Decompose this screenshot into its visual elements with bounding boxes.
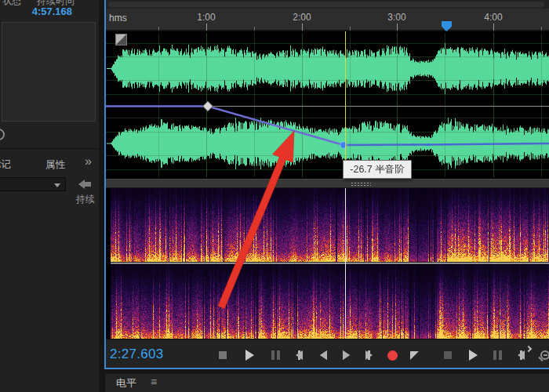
- playhead-line-spectrogram[interactable]: [345, 188, 346, 339]
- tick-label-4m: 4:00: [484, 12, 502, 23]
- splitter-grip-icon[interactable]: [351, 182, 371, 187]
- tab-overflow-icon[interactable]: »: [85, 154, 90, 169]
- marker-list-panel[interactable]: [2, 22, 96, 122]
- info-icon: [0, 129, 5, 140]
- ruler-tick-minor: [541, 27, 542, 31]
- ruler-tick-minor: [254, 27, 255, 31]
- timeline-ruler[interactable]: hms 1:00 2:00 3:00 4:00: [105, 9, 549, 31]
- skip-to-start-2-button[interactable]: [511, 349, 530, 361]
- levels-panel: 电平 ≡: [105, 374, 549, 392]
- envelope-minor-node[interactable]: [427, 143, 430, 147]
- levels-panel-title: 电平: [116, 376, 136, 390]
- ruler-tick-minor: [350, 27, 351, 31]
- duration-caption: 持续: [76, 193, 95, 206]
- playhead-line-waveform[interactable]: [345, 31, 346, 160]
- skip-to-start-button[interactable]: [289, 349, 308, 361]
- pause-button[interactable]: [266, 349, 285, 361]
- panel-menu-icon[interactable]: ≡: [151, 376, 157, 388]
- waveform-display[interactable]: [105, 31, 549, 179]
- properties-sidebar: 状态 持续时间 4:57.168 标记 属性 » 持续: [0, 0, 99, 392]
- tick-label-2m: 2:00: [293, 12, 311, 23]
- horizontal-zoom-bar[interactable]: [105, 0, 549, 9]
- current-time-display[interactable]: 2:27.603: [110, 347, 164, 362]
- tab-properties[interactable]: 属性: [45, 158, 65, 172]
- back-arrow-icon[interactable]: [78, 180, 93, 189]
- waveform-editor: hms 1:00 2:00 3:00 4:00 -26.7 半音阶: [105, 0, 549, 369]
- fast-forward-button[interactable]: [336, 349, 355, 361]
- envelope-value-tooltip: -26.7 半音阶: [343, 160, 412, 179]
- ruler-unit-label: hms: [109, 13, 127, 24]
- pause-button-2[interactable]: [488, 349, 507, 361]
- envelope-minor-node[interactable]: [413, 143, 416, 147]
- duration-value: 4:57.168: [0, 5, 72, 17]
- zoom-out-icon[interactable]: [536, 349, 549, 361]
- ruler-tick-major: [397, 24, 398, 31]
- stop-button[interactable]: [213, 349, 232, 361]
- sidebar-divider: [0, 148, 99, 149]
- ruler-tick-major: [302, 24, 303, 31]
- loop-playback-icon[interactable]: [405, 349, 424, 361]
- focused-panel-border-left: [104, 0, 106, 369]
- ruler-tick-major: [493, 24, 494, 31]
- spectral-toggle-icon[interactable]: [115, 34, 127, 45]
- ruler-tick-minor: [158, 27, 159, 31]
- tab-markers[interactable]: 标记: [0, 158, 11, 172]
- volume-envelope: [105, 31, 549, 179]
- audition-window: 状态 持续时间 4:57.168 标记 属性 » 持续 hms 1:00 2:0…: [0, 0, 549, 392]
- view-splitter[interactable]: [105, 179, 549, 188]
- tick-label-3m: 3:00: [387, 12, 405, 23]
- skip-to-end-button[interactable]: [359, 349, 378, 361]
- tick-label-1m: 1:00: [197, 12, 215, 23]
- marker-type-select[interactable]: [0, 177, 66, 191]
- transport-bar: 2:27.603: [105, 339, 549, 368]
- chevron-down-icon: [54, 183, 60, 187]
- rewind-button[interactable]: [314, 349, 333, 361]
- play-button[interactable]: [240, 349, 259, 361]
- zoom-bar-thumb[interactable]: [108, 2, 544, 7]
- spectrogram-canvas[interactable]: [105, 188, 549, 339]
- stop-button-2[interactable]: [438, 349, 457, 361]
- ruler-tick-major: [206, 24, 207, 31]
- play-button-2[interactable]: [464, 349, 482, 361]
- record-button[interactable]: [383, 349, 402, 361]
- envelope-keyframe-diamond[interactable]: [203, 101, 213, 111]
- spectrogram-display[interactable]: [105, 188, 549, 339]
